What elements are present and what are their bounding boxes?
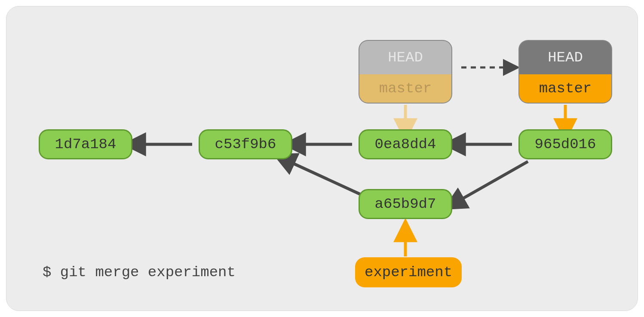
commit-hash: a65b9d7 <box>375 196 436 212</box>
master-new-text: master <box>539 80 592 97</box>
command-text: $ git merge experiment <box>43 264 236 280</box>
head-label-new: HEAD <box>518 40 612 74</box>
commit-node: a65b9d7 <box>359 189 452 219</box>
branch-experiment-text: experiment <box>365 264 452 280</box>
commit-hash: 1d7a184 <box>55 136 117 152</box>
diagram-canvas: HEAD master HEAD master 1d7a184 c53f9b6 … <box>6 6 638 311</box>
master-old-text: master <box>379 80 432 97</box>
master-label-old: master <box>359 74 452 104</box>
head-old-text: HEAD <box>388 49 423 66</box>
commit-node: 0ea8dd4 <box>359 129 452 159</box>
commit-node: 1d7a184 <box>39 129 132 159</box>
branch-experiment: experiment <box>355 257 462 287</box>
commit-node: 965d016 <box>518 129 612 159</box>
head-label-old: HEAD <box>359 40 452 74</box>
commit-hash: 0ea8dd4 <box>375 136 436 152</box>
edge-c4-c5 <box>462 162 528 199</box>
head-new-text: HEAD <box>548 49 583 66</box>
master-label-new: master <box>518 74 612 104</box>
commit-hash: c53f9b6 <box>215 136 276 152</box>
edge-c5-c2 <box>293 163 363 195</box>
commit-node: c53f9b6 <box>199 129 292 159</box>
commit-hash: 965d016 <box>535 136 596 152</box>
